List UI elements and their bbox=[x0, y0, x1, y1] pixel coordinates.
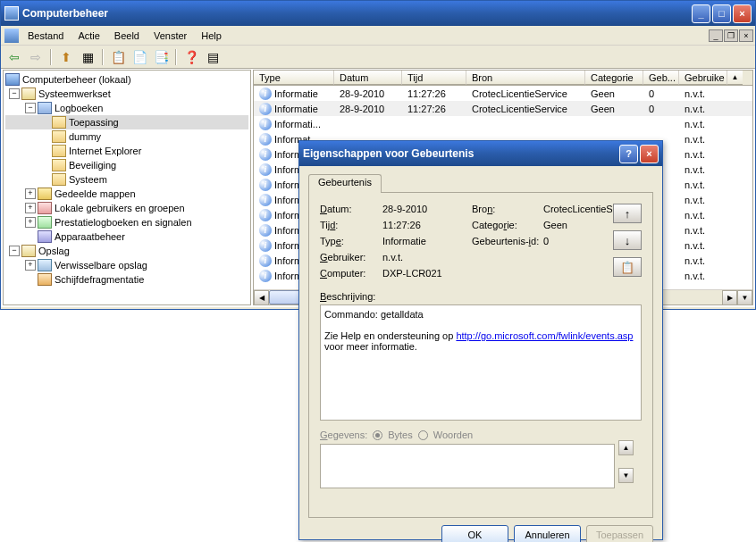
info-icon: i bbox=[259, 179, 272, 191]
titlebar[interactable]: Computerbeheer _ □ × bbox=[1, 1, 755, 26]
col-evt[interactable]: Geb... bbox=[643, 71, 679, 85]
tree-lokale-gebruikers[interactable]: + Lokale gebruikers en groepen bbox=[5, 201, 248, 215]
tree-prestatielogboeken[interactable]: + Prestatielogboeken en signalen bbox=[5, 215, 248, 229]
tab-gebeurtenis[interactable]: Gebeurtenis bbox=[308, 174, 382, 193]
back-button[interactable]: ⇦ bbox=[4, 47, 24, 67]
value-date: 28-9-2010 bbox=[382, 204, 472, 214]
options-button[interactable]: ▤ bbox=[203, 47, 223, 67]
tree-schijfdefragmentatie[interactable]: Schijfdefragmentatie bbox=[5, 272, 248, 287]
expand-icon[interactable]: + bbox=[25, 203, 36, 213]
minimize-button[interactable]: _ bbox=[692, 4, 710, 23]
book-icon bbox=[38, 102, 52, 114]
window-title: Computerbeheer bbox=[22, 7, 108, 20]
expand-icon[interactable]: + bbox=[25, 260, 36, 271]
table-row[interactable]: iInformatie28-9-201011:27:26CrotecLicent… bbox=[254, 86, 752, 101]
table-row[interactable]: iInformatie28-9-201011:27:26CrotecLicent… bbox=[254, 101, 752, 116]
device-icon bbox=[38, 230, 52, 243]
close-button[interactable]: × bbox=[733, 4, 752, 23]
scroll-left-button[interactable]: ◀ bbox=[254, 290, 269, 305]
label-words: Woorden bbox=[433, 429, 473, 440]
scroll-up-button[interactable]: ▲ bbox=[727, 71, 743, 85]
label-bytes: Bytes bbox=[388, 429, 413, 440]
tree-apparaatbeheer[interactable]: Apparaatbeheer bbox=[5, 229, 248, 244]
menu-venster[interactable]: Venster bbox=[147, 29, 194, 43]
export-button[interactable]: 📑 bbox=[151, 47, 171, 67]
data-scroll-down[interactable]: ▼ bbox=[618, 468, 634, 483]
data-box[interactable] bbox=[320, 444, 615, 488]
storage-icon bbox=[21, 245, 36, 257]
tree-log-dummy[interactable]: dummy bbox=[5, 129, 248, 144]
mdi-restore-button[interactable]: ❐ bbox=[724, 29, 738, 42]
info-icon: i bbox=[259, 270, 272, 282]
tree-log-toepassing[interactable]: Toepassing bbox=[5, 115, 248, 129]
properties-button[interactable]: 📋 bbox=[108, 47, 128, 67]
menu-bestand[interactable]: Bestand bbox=[21, 29, 71, 43]
value-computer: DXP-LCR021 bbox=[382, 268, 651, 279]
label-cat: Categorie: bbox=[472, 220, 543, 230]
label-source: Bron: bbox=[472, 204, 543, 214]
collapse-icon[interactable]: − bbox=[9, 246, 20, 256]
dialog-close-button[interactable]: × bbox=[640, 145, 659, 163]
info-icon: i bbox=[259, 133, 272, 146]
col-cat[interactable]: Categorie bbox=[585, 71, 643, 85]
tree-gedeelde-mappen[interactable]: + Gedeelde mappen bbox=[5, 187, 248, 201]
col-source[interactable]: Bron bbox=[466, 71, 585, 85]
forward-button[interactable]: ⇨ bbox=[26, 47, 46, 67]
tree-log-systeem[interactable]: Systeem bbox=[5, 172, 248, 187]
computer-icon bbox=[5, 73, 20, 86]
expand-icon[interactable]: + bbox=[25, 217, 36, 228]
desc-link[interactable]: http://go.microsoft.com/fwlink/events.as… bbox=[456, 330, 633, 341]
tree-root[interactable]: Computerbeheer (lokaal) bbox=[5, 72, 248, 87]
dialog-help-button[interactable]: ? bbox=[619, 145, 638, 163]
maximize-button[interactable]: □ bbox=[712, 4, 731, 23]
info-icon: i bbox=[259, 254, 272, 267]
tree-log-ie[interactable]: Internet Explorer bbox=[5, 144, 248, 158]
data-scroll-up[interactable]: ▲ bbox=[618, 440, 634, 455]
menu-beeld[interactable]: Beeld bbox=[107, 29, 147, 43]
scroll-right-button[interactable]: ▶ bbox=[722, 290, 737, 305]
collapse-icon[interactable]: − bbox=[9, 88, 20, 99]
copy-button[interactable]: 📋 bbox=[613, 257, 642, 277]
tree-panel[interactable]: Computerbeheer (lokaal) − Systeemwerkset… bbox=[3, 70, 251, 305]
info-icon: i bbox=[259, 239, 272, 252]
description-box[interactable]: Commando: getalldata Zie Help en onderst… bbox=[320, 304, 642, 421]
label-date: Datum: bbox=[320, 204, 382, 214]
label-data: Gegevens: bbox=[320, 429, 367, 440]
col-type[interactable]: Type bbox=[254, 71, 334, 85]
desc-line2: Zie Help en ondersteuning op http://go.m… bbox=[324, 330, 637, 352]
refresh-button[interactable]: 📄 bbox=[130, 47, 149, 67]
properties-dialog: Eigenschappen voor Gebeurtenis ? × Gebeu… bbox=[298, 140, 663, 540]
table-row[interactable]: iInformati...n.v.t. bbox=[254, 116, 752, 131]
defrag-icon bbox=[38, 273, 52, 286]
cancel-button[interactable]: Annuleren bbox=[514, 525, 581, 542]
mdi-minimize-button[interactable]: _ bbox=[709, 29, 723, 42]
info-icon: i bbox=[259, 209, 272, 221]
help-button[interactable]: ❓ bbox=[181, 47, 201, 67]
col-date[interactable]: Datum bbox=[334, 71, 402, 85]
menu-help[interactable]: Help bbox=[194, 29, 229, 43]
show-hide-button[interactable]: ▦ bbox=[78, 47, 97, 67]
next-event-button[interactable]: ↓ bbox=[613, 230, 642, 250]
menu-actie[interactable]: Actie bbox=[71, 29, 106, 43]
col-user[interactable]: Gebruike bbox=[679, 71, 727, 85]
collapse-icon[interactable]: − bbox=[25, 103, 36, 113]
prev-event-button[interactable]: ↑ bbox=[613, 204, 642, 223]
label-time: Tijd: bbox=[320, 220, 382, 230]
col-time[interactable]: Tijd bbox=[402, 71, 466, 85]
expand-icon[interactable]: + bbox=[25, 188, 36, 199]
ok-button[interactable]: OK bbox=[441, 525, 508, 542]
mdi-close-button[interactable]: × bbox=[739, 29, 753, 42]
up-button[interactable]: ⬆ bbox=[56, 47, 76, 67]
tree-logboeken[interactable]: − Logboeken bbox=[5, 101, 248, 115]
info-icon: i bbox=[259, 88, 272, 100]
tree-opslag[interactable]: − Opslag bbox=[5, 244, 248, 258]
menubar-icon bbox=[4, 29, 19, 43]
info-icon: i bbox=[259, 194, 272, 206]
tree-systeemwerkset[interactable]: − Systeemwerkset bbox=[5, 87, 248, 101]
dialog-title: Eigenschappen voor Gebeurtenis bbox=[303, 147, 474, 160]
tab-panel: ↑ ↓ 📋 Datum: 28-9-2010 Bron: CrotecLicen… bbox=[308, 192, 653, 518]
tree-log-beveiliging[interactable]: Beveiliging bbox=[5, 158, 248, 172]
tree-verwisselbare-opslag[interactable]: + Verwisselbare opslag bbox=[5, 258, 248, 272]
scroll-down-button[interactable]: ▼ bbox=[737, 290, 752, 305]
dialog-titlebar[interactable]: Eigenschappen voor Gebeurtenis ? × bbox=[299, 141, 662, 166]
